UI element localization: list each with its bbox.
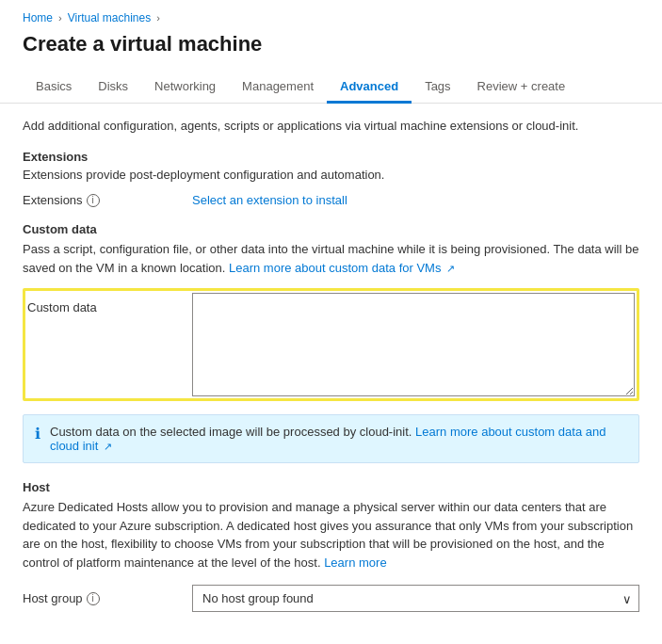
host-group-select-wrapper: No host group found ∨ — [192, 585, 639, 612]
host-group-select[interactable]: No host group found — [192, 585, 639, 612]
breadcrumb-vms[interactable]: Virtual machines — [68, 11, 152, 24]
host-title: Host — [23, 480, 639, 494]
extensions-select-link[interactable]: Select an extension to install — [192, 193, 347, 207]
extensions-info-icon[interactable]: i — [87, 194, 100, 207]
host-desc: Azure Dedicated Hosts allow you to provi… — [23, 498, 639, 572]
tab-review-create[interactable]: Review + create — [464, 72, 579, 104]
custom-data-highlighted-container: Custom data — [23, 288, 639, 401]
custom-data-title: Custom data — [23, 222, 639, 236]
custom-data-desc: Pass a script, configuration file, or ot… — [23, 240, 639, 277]
tab-tags[interactable]: Tags — [412, 72, 463, 104]
host-learn-more-link[interactable]: Learn more — [324, 555, 386, 570]
extensions-title: Extensions — [23, 150, 639, 164]
custom-data-textarea[interactable] — [192, 293, 635, 396]
host-group-info-icon[interactable]: i — [87, 592, 100, 605]
custom-data-field-row: Custom data — [27, 293, 635, 396]
extensions-desc: Extensions provide post-deployment confi… — [23, 168, 639, 182]
tab-advanced[interactable]: Advanced — [327, 72, 412, 104]
tab-networking[interactable]: Networking — [141, 72, 229, 104]
host-group-label: Host group i — [23, 591, 192, 605]
tab-disks[interactable]: Disks — [85, 72, 141, 104]
breadcrumb-separator-1: › — [58, 12, 62, 24]
content-area: Add additional configuration, agents, sc… — [0, 104, 662, 644]
page-title: Create a virtual machine — [0, 28, 662, 72]
custom-data-section: Custom data Pass a script, configuration… — [23, 222, 639, 401]
host-section: Host Azure Dedicated Hosts allow you to … — [23, 480, 639, 612]
info-banner-icon: ℹ — [35, 425, 40, 443]
extensions-field-row: Extensions i Select an extension to inst… — [23, 193, 639, 207]
tab-management[interactable]: Management — [229, 72, 327, 104]
custom-data-field-label: Custom data — [27, 293, 192, 314]
tab-basics[interactable]: Basics — [23, 72, 85, 104]
host-group-field-row: Host group i No host group found ∨ — [23, 585, 639, 612]
external-link-icon: ↗ — [446, 263, 455, 274]
breadcrumb-home[interactable]: Home — [23, 11, 53, 24]
info-banner: ℹ Custom data on the selected image will… — [23, 414, 639, 463]
breadcrumb: Home › Virtual machines › — [0, 0, 662, 28]
extensions-section: Extensions Extensions provide post-deplo… — [23, 150, 639, 207]
extensions-label-text: Extensions — [23, 193, 83, 207]
breadcrumb-separator-2: › — [156, 12, 160, 24]
info-banner-text: Custom data on the selected image will b… — [50, 425, 627, 453]
info-banner-external-icon: ↗ — [104, 441, 112, 452]
tabs-bar: Basics Disks Networking Management Advan… — [0, 72, 662, 104]
custom-data-learn-more-link[interactable]: Learn more about custom data for VMs ↗ — [229, 261, 455, 275]
page-subtitle: Add additional configuration, agents, sc… — [23, 119, 639, 133]
extensions-field-label: Extensions i — [23, 193, 192, 207]
